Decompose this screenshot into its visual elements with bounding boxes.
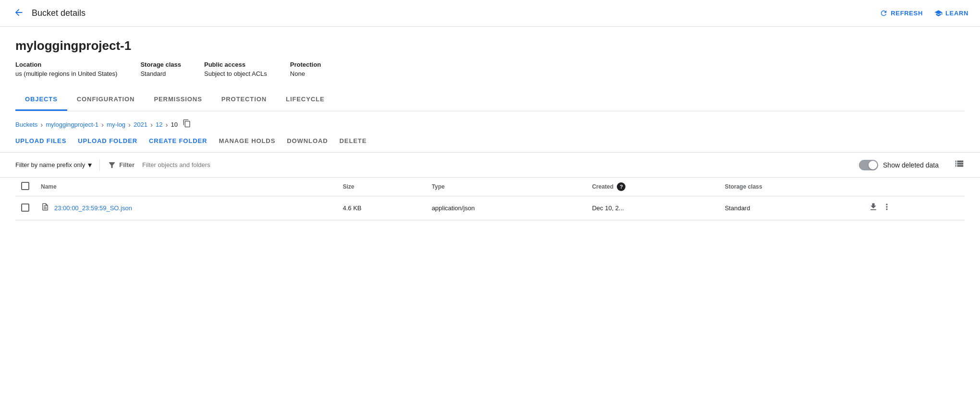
main-content: myloggingproject-1 Location us (multiple… — [0, 27, 980, 111]
breadcrumb-myloggingproject[interactable]: myloggingproject-1 — [46, 121, 98, 128]
header-name: Name — [35, 178, 337, 196]
header-type: Type — [426, 178, 587, 196]
table-container: Name Size Type Created ? Storage class — [0, 178, 980, 220]
row-type: application/json — [426, 196, 587, 220]
row-actions-cell — [863, 196, 965, 220]
protection-label: Protection — [290, 61, 321, 68]
upload-files-button[interactable]: UPLOAD FILES — [15, 137, 66, 144]
header-storage-class: Storage class — [719, 178, 863, 196]
back-button[interactable] — [12, 5, 26, 22]
location-meta: Location us (multiple regions in United … — [15, 61, 117, 77]
copy-path-icon[interactable] — [183, 119, 191, 130]
filter-divider — [99, 159, 100, 171]
tab-objects[interactable]: OBJECTS — [15, 89, 67, 111]
location-label: Location — [15, 61, 117, 68]
toggle-thumb — [869, 161, 877, 169]
row-created: Dec 10, 2... — [586, 196, 719, 220]
breadcrumb-sep-3: › — [128, 120, 131, 129]
row-download-icon[interactable] — [869, 202, 878, 214]
manage-holds-button[interactable]: MANAGE HOLDS — [219, 137, 275, 144]
header-actions — [863, 178, 965, 196]
breadcrumb-sep-2: › — [101, 120, 104, 129]
breadcrumb-sep-5: › — [166, 120, 168, 129]
objects-table: Name Size Type Created ? Storage class — [15, 178, 965, 220]
tab-lifecycle[interactable]: LIFECYCLE — [276, 89, 334, 111]
file-icon — [41, 203, 49, 214]
public-access-value: Subject to object ACLs — [204, 70, 267, 77]
header-created: Created ? — [586, 178, 719, 196]
file-name-text: 23:00:00_23:59:59_SO.json — [54, 204, 132, 212]
protection-value: None — [290, 70, 321, 77]
filter-bar: Filter by name prefix only ▾ Filter Show… — [0, 152, 980, 178]
breadcrumb-12[interactable]: 12 — [156, 121, 162, 128]
tab-permissions[interactable]: PERMISSIONS — [144, 89, 211, 111]
row-size: 4.6 KB — [337, 196, 426, 220]
row-checkbox-cell — [15, 196, 35, 220]
learn-label: LEARN — [945, 10, 968, 17]
header-size: Size — [337, 178, 426, 196]
delete-button[interactable]: DELETE — [340, 137, 367, 144]
public-access-label: Public access — [204, 61, 267, 68]
storage-class-value: Standard — [140, 70, 181, 77]
row-storage-class: Standard — [719, 196, 863, 220]
filter-dropdown[interactable]: Filter by name prefix only ▾ — [15, 160, 92, 169]
storage-class-meta: Storage class Standard — [140, 61, 181, 77]
density-icon[interactable] — [954, 158, 965, 171]
breadcrumb-mylog[interactable]: my-log — [107, 121, 125, 128]
created-help-icon[interactable]: ? — [617, 182, 625, 191]
protection-meta: Protection None — [290, 61, 321, 77]
public-access-meta: Public access Subject to object ACLs — [204, 61, 267, 77]
row-actions — [869, 202, 959, 214]
file-name-link[interactable]: 23:00:00_23:59:59_SO.json — [41, 203, 331, 214]
top-bar-left: Bucket details — [12, 5, 86, 22]
breadcrumb-sep-1: › — [40, 120, 43, 129]
show-deleted-container: Show deleted data — [859, 160, 939, 170]
breadcrumb-buckets[interactable]: Buckets — [15, 121, 37, 128]
filter-icon-label: Filter — [108, 161, 135, 169]
top-bar: Bucket details REFRESH LEARN — [0, 0, 980, 27]
show-deleted-label: Show deleted data — [883, 161, 939, 169]
header-checkbox-cell — [15, 178, 35, 196]
dropdown-arrow-icon: ▾ — [88, 160, 92, 169]
row-checkbox[interactable] — [21, 204, 29, 212]
storage-class-label: Storage class — [140, 61, 181, 68]
row-name: 23:00:00_23:59:59_SO.json — [35, 196, 337, 220]
learn-button[interactable]: LEARN — [934, 9, 968, 17]
location-value: us (multiple regions in United States) — [15, 70, 117, 77]
tabs: OBJECTS CONFIGURATION PERMISSIONS PROTEC… — [15, 89, 965, 111]
filter-input[interactable] — [142, 161, 493, 168]
upload-folder-button[interactable]: UPLOAD FOLDER — [78, 137, 137, 144]
create-folder-button[interactable]: CREATE FOLDER — [149, 137, 207, 144]
tab-configuration[interactable]: CONFIGURATION — [67, 89, 145, 111]
breadcrumb-2021[interactable]: 2021 — [134, 121, 147, 128]
bucket-name: myloggingproject-1 — [15, 38, 965, 53]
row-more-icon[interactable] — [882, 202, 892, 214]
breadcrumb-section: Buckets › myloggingproject-1 › my-log › … — [0, 111, 980, 130]
download-button[interactable]: DOWNLOAD — [287, 137, 328, 144]
filter-label: Filter — [119, 161, 135, 168]
bucket-meta: Location us (multiple regions in United … — [15, 61, 965, 77]
action-buttons: UPLOAD FILES UPLOAD FOLDER CREATE FOLDER… — [0, 130, 980, 152]
breadcrumb: Buckets › myloggingproject-1 › my-log › … — [15, 119, 965, 130]
breadcrumb-sep-4: › — [150, 120, 153, 129]
tab-protection[interactable]: PROTECTION — [212, 89, 276, 111]
select-all-checkbox[interactable] — [21, 182, 29, 190]
refresh-label: REFRESH — [891, 10, 923, 17]
breadcrumb-10: 10 — [171, 121, 178, 128]
filter-dropdown-label: Filter by name prefix only — [15, 161, 85, 168]
refresh-button[interactable]: REFRESH — [880, 9, 923, 17]
table-row: 23:00:00_23:59:59_SO.json 4.6 KB applica… — [15, 196, 965, 220]
page-title: Bucket details — [32, 8, 86, 18]
show-deleted-toggle[interactable] — [859, 160, 878, 170]
toggle-track — [859, 160, 878, 170]
top-bar-right: REFRESH LEARN — [880, 9, 968, 17]
